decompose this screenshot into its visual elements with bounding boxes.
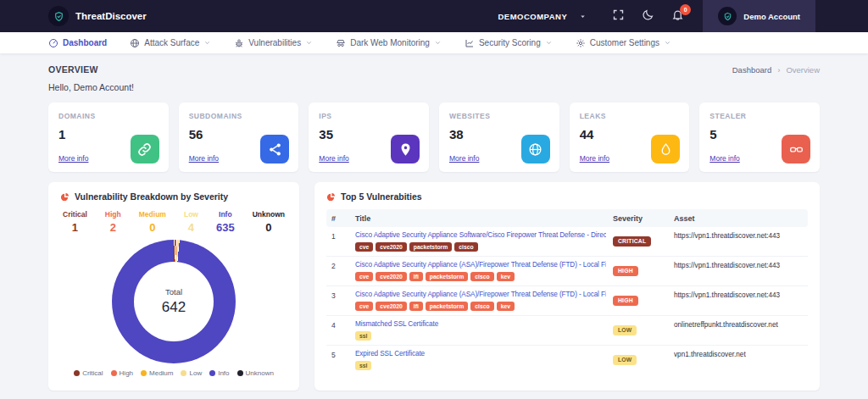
stat-card-websites: WEBSITES 38 More info	[439, 103, 559, 172]
nav-item-dashboard[interactable]: Dashboard	[48, 38, 107, 48]
incognito-icon	[336, 38, 346, 48]
tag-badge: cve	[355, 302, 373, 311]
legend-dot	[111, 370, 117, 376]
legend-item-unknown[interactable]: Unknown	[237, 369, 274, 377]
chevron-down-icon	[434, 39, 442, 47]
severity-stat-label: Critical	[63, 210, 87, 219]
share-nodes-icon	[260, 135, 289, 163]
stat-label: IPS	[319, 112, 419, 120]
severity-badge: LOW	[613, 355, 637, 365]
globe-grid-icon	[130, 38, 140, 48]
line-chart-icon	[465, 38, 475, 48]
nav-item-security-scoring[interactable]: Security Scoring	[465, 38, 553, 48]
severity-stat-label: Unknown	[253, 210, 285, 219]
tag-badge: cve2020	[376, 272, 406, 281]
stat-card-leaks: LEAKS 44 More info	[570, 103, 690, 172]
nav-item-attack-surface[interactable]: Attack Surface	[130, 38, 211, 48]
vulnerability-link[interactable]: Cisco Adaptive Security Appliance (ASA)/…	[355, 291, 606, 298]
stat-label: LEAKS	[580, 112, 680, 120]
asset: https://vpn1.threatdiscover.net:443	[674, 291, 803, 299]
tag-badge: kev	[497, 302, 515, 311]
more-info-link[interactable]: More info	[449, 154, 479, 163]
table-row: 4 Mismatched SSL Certificate ssl LOW onl…	[326, 316, 808, 346]
vulnerability-link[interactable]: Mismatched SSL Certificate	[355, 320, 606, 328]
more-info-link[interactable]: More info	[709, 154, 739, 163]
brand[interactable]: ThreatDiscover	[48, 6, 147, 26]
legend-item-critical[interactable]: Critical	[74, 369, 103, 377]
severity-stat: Info 635	[216, 210, 235, 234]
more-info-link[interactable]: More info	[580, 154, 609, 163]
breadcrumb-dashboard[interactable]: Dashboard	[732, 65, 771, 75]
gear-icon	[576, 38, 586, 48]
severity-stat-label: High	[105, 210, 121, 219]
severity-badge: HIGH	[613, 266, 638, 276]
stat-label: STEALER	[709, 112, 810, 120]
chevron-down-icon	[664, 39, 671, 47]
tag-list: cvecve2020lfipacketstormciscokev	[355, 272, 606, 281]
asset: https://vpn1.threatdiscover.net:443	[674, 231, 803, 240]
vulnerability-link[interactable]: Expired SSL Certificate	[355, 350, 606, 357]
brand-shield-icon	[48, 6, 69, 26]
stat-label: SUBDOMAINS	[189, 112, 289, 120]
donut-center: Total 642	[134, 262, 214, 341]
vulnerability-link[interactable]: Cisco Adaptive Security Appliance Softwa…	[355, 231, 606, 239]
page-title: OVERVIEW	[48, 64, 98, 75]
vulnerability-link[interactable]: Cisco Adaptive Security Appliance (ASA)/…	[355, 261, 606, 269]
severity-stat: Low 4	[184, 210, 198, 234]
main-nav: Dashboard Attack Surface Vulnerabilities…	[0, 32, 868, 53]
top-vulnerabilities-panel: Top 5 Vulnerabities # Title Severity Ass…	[314, 182, 820, 391]
more-info-link[interactable]: More info	[58, 154, 88, 163]
asset: onlinetreffpunkt.threatdiscover.net	[674, 320, 803, 329]
dark-mode-button[interactable]	[641, 9, 655, 24]
stat-card-domains: DOMAINS 1 More info	[48, 103, 169, 172]
tag-badge: cisco	[454, 242, 477, 252]
legend-item-medium[interactable]: Medium	[141, 369, 173, 377]
severity-stat-value: 0	[253, 221, 285, 234]
tag-list: ssl	[355, 331, 606, 341]
row-number: 2	[331, 261, 348, 270]
fullscreen-button[interactable]	[611, 9, 626, 24]
table-row: 5 Expired SSL Certificate ssl LOW vpn1.t…	[326, 346, 808, 374]
legend-item-high[interactable]: High	[111, 369, 133, 377]
table-row: 2 Cisco Adaptive Security Appliance (ASA…	[326, 257, 808, 286]
legend-dot	[209, 370, 215, 376]
severity-stat-value: 0	[139, 221, 166, 234]
severity-stat: Unknown 0	[253, 210, 285, 234]
avatar	[718, 7, 737, 25]
gauge-icon	[48, 38, 58, 48]
more-info-link[interactable]: More info	[189, 154, 219, 163]
nav-item-dark-web-monitoring[interactable]: Dark Web Monitoring	[336, 38, 442, 48]
company-selector[interactable]: DEMOCOMPANY	[498, 12, 587, 21]
asset: https://vpn1.threatdiscover.net:443	[674, 261, 803, 269]
legend-label: Critical	[82, 369, 103, 377]
tag-badge: ssl	[355, 331, 371, 341]
chevron-down-icon	[203, 39, 211, 47]
tag-list: cvecve2020lfipacketstormciscokev	[355, 302, 606, 311]
account-menu[interactable]: Demo Account	[703, 0, 815, 32]
severity-stat-label: Low	[184, 210, 198, 219]
legend-item-low[interactable]: Low	[181, 369, 202, 377]
severity-stat-value: 1	[63, 221, 87, 234]
content: OVERVIEW Dashboard › Overview Hello, Dem…	[0, 53, 868, 391]
notifications-button[interactable]: 0	[670, 9, 685, 24]
total-value: 642	[162, 299, 186, 316]
company-name: DEMOCOMPANY	[498, 12, 567, 21]
moon-icon	[642, 8, 654, 24]
tag-badge: packetstorm	[409, 242, 452, 252]
severity-badge: LOW	[613, 325, 637, 335]
nav-item-customer-settings[interactable]: Customer Settings	[576, 38, 671, 48]
severity-stat-value: 635	[216, 221, 235, 234]
tag-badge: cve	[355, 242, 373, 252]
tag-badge: cve2020	[376, 242, 406, 252]
more-info-link[interactable]: More info	[319, 154, 348, 163]
severity-stat: High 2	[105, 210, 121, 234]
stat-card-stealer: STEALER 5 More info	[699, 103, 820, 172]
bug-icon	[234, 38, 244, 48]
link-icon	[131, 135, 159, 163]
legend-dot	[237, 370, 243, 376]
nav-item-vulnerabilities[interactable]: Vulnerabilities	[234, 38, 313, 48]
row-number: 1	[331, 231, 348, 241]
vulnerability-breakdown-panel: Vulnerability Breakdown by Severity Crit…	[48, 182, 299, 391]
legend-item-info[interactable]: Info	[209, 369, 229, 377]
row-number: 3	[331, 291, 348, 300]
